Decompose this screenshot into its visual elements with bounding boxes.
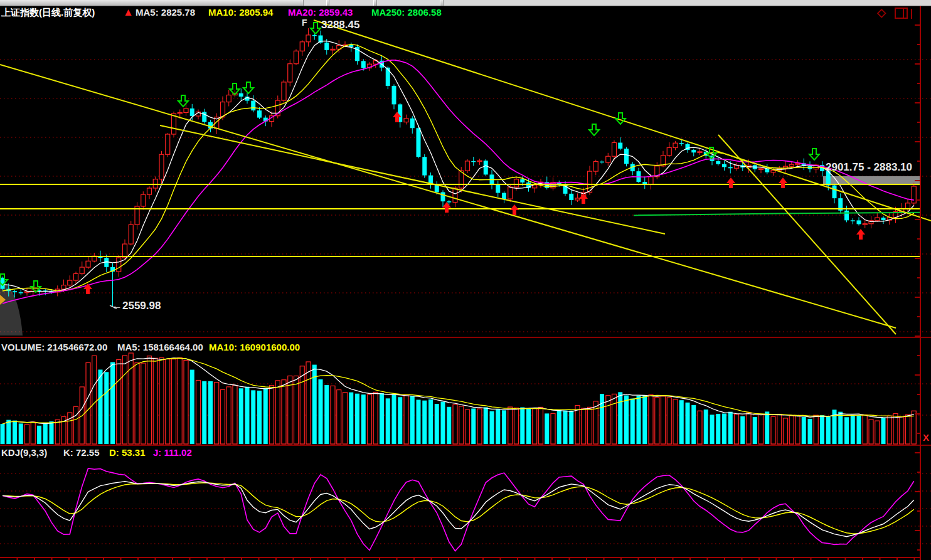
volume-bar: [153, 358, 157, 444]
candle-body: [117, 258, 121, 272]
volume-bar: [649, 395, 653, 444]
sell-signal-down-arrow-icon: [615, 113, 625, 124]
buy-signal-up-arrow-icon: [442, 202, 451, 213]
candle-body: [851, 220, 855, 221]
range-highlight-bar[interactable]: [823, 176, 921, 184]
candle-body: [294, 51, 299, 63]
candle-body: [166, 134, 170, 154]
candle-body: [691, 150, 696, 152]
buy-signal-up-arrow-icon: [856, 229, 865, 240]
candle-body: [484, 161, 488, 174]
volume-bar: [802, 417, 806, 444]
volume-bar: [624, 396, 629, 444]
candle-body: [147, 188, 152, 194]
volume-bar: [319, 379, 323, 444]
volume-bar: [784, 418, 788, 444]
volume-bar: [477, 409, 482, 444]
volume-bar: [288, 376, 292, 444]
candle-body: [306, 35, 311, 42]
volume-bar: [661, 396, 666, 444]
buy-signal-up-arrow-icon: [510, 204, 519, 215]
window-layout-icon[interactable]: [895, 8, 908, 19]
candle-body: [153, 179, 157, 188]
volume-bar: [514, 408, 519, 444]
candle-body: [765, 169, 769, 172]
volume-bar: [655, 398, 659, 444]
candle-body: [361, 61, 366, 68]
volume-bar: [6, 420, 11, 444]
candle-body: [857, 220, 861, 224]
candle-body: [698, 152, 702, 153]
volume-bar: [447, 407, 451, 444]
candle-body: [912, 186, 916, 203]
volume-bar: [728, 412, 733, 444]
candle-body: [593, 162, 598, 172]
price-ma20-line: [3, 60, 914, 304]
volume-bar: [435, 404, 439, 444]
volume-bar: [691, 405, 696, 444]
candle-body: [61, 285, 66, 289]
candle-body: [190, 108, 194, 116]
candle-body: [404, 119, 408, 122]
candle-body: [447, 201, 451, 203]
candle-body: [833, 186, 837, 199]
candle-body: [159, 154, 164, 179]
peak-price-label: 3288.45: [321, 19, 359, 31]
peak-marker-label: F: [302, 18, 307, 28]
buy-signal-up-arrow-icon: [779, 177, 787, 188]
volume-bar: [221, 389, 225, 444]
volume-bar: [110, 362, 115, 444]
kdj-d-line: [3, 483, 914, 534]
candle-body: [324, 43, 329, 50]
buy-signal-up-arrow-icon: [83, 283, 92, 294]
volume-ma5-readout: MA5: 158166464.00: [117, 342, 203, 352]
candle-body: [728, 167, 733, 168]
ma20-readout: MA20: 2859.43: [288, 7, 353, 18]
volume-bar: [759, 415, 763, 444]
volume-bar: [459, 406, 464, 444]
volume-bar: [881, 418, 886, 444]
axes-layer: [0, 6, 931, 560]
window-layout-icon-bar: [903, 9, 904, 18]
volume-bar: [251, 390, 255, 444]
window-tick-icon: [911, 9, 912, 19]
candle-body: [441, 192, 445, 201]
candle-body: [178, 113, 182, 114]
volume-bar: [557, 410, 561, 444]
close-indicator-button[interactable]: X: [921, 432, 931, 443]
volume-bar: [887, 416, 891, 444]
volume-bar: [490, 411, 494, 444]
candle-body: [875, 218, 880, 221]
kdj-layer: [3, 468, 914, 551]
volume-bar: [13, 421, 17, 444]
volume-bar: [190, 370, 194, 444]
volume-bar: [129, 353, 133, 444]
volume-bar: [343, 393, 348, 444]
volume-bar: [386, 398, 390, 444]
candle-body: [569, 194, 573, 200]
price-ma10-line: [3, 45, 914, 292]
trendline: [0, 65, 896, 328]
kdj-j-line: [3, 468, 914, 551]
volume-bar: [673, 399, 678, 444]
volume-bar: [208, 381, 213, 444]
candle-body: [226, 95, 231, 102]
candle-body: [80, 267, 84, 273]
chart-canvas[interactable]: [0, 0, 931, 560]
candle-body: [612, 142, 617, 156]
volume-bar: [844, 417, 849, 444]
candle-body: [471, 161, 476, 162]
volume-bar: [893, 414, 898, 444]
candle-body: [386, 68, 390, 86]
diamond-icon[interactable]: ◇: [877, 6, 886, 19]
candle-body: [679, 143, 684, 144]
sell-signal-down-arrow-icon: [0, 274, 8, 285]
candle-body: [300, 42, 304, 51]
volume-bar: [441, 402, 445, 444]
volume-bar: [1, 424, 5, 444]
candle-body: [496, 184, 500, 193]
volume-bar: [863, 415, 867, 444]
volume-bar: [569, 411, 573, 444]
volume-bar: [740, 416, 745, 444]
volume-bar: [716, 414, 720, 444]
